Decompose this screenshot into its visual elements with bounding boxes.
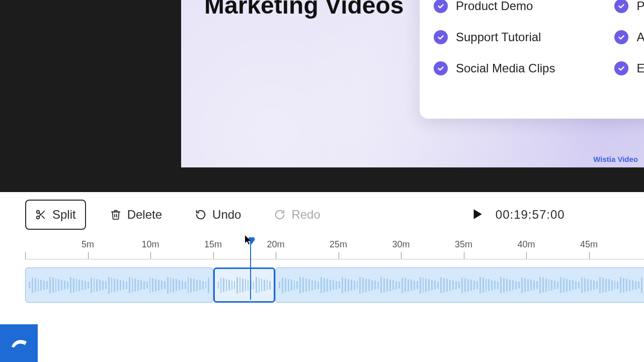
preview-area: Marketing Videos Product Demo Support Tu…	[0, 0, 644, 192]
help-widget[interactable]	[0, 324, 38, 362]
feature-item: Social Media Clips	[434, 61, 555, 75]
timeline[interactable]: 5m10m15m20m25m30m35m40m45m	[0, 237, 644, 362]
feature-item: Explainer	[614, 61, 644, 75]
ruler-tick-label: 40m	[517, 239, 535, 250]
check-icon	[614, 0, 628, 13]
ruler-tick-label: 10m	[141, 239, 159, 250]
redo-button[interactable]: Redo	[265, 201, 329, 229]
check-icon	[434, 30, 448, 44]
ruler-tick	[88, 252, 89, 259]
svg-line-4	[39, 213, 41, 215]
scissors-icon	[35, 209, 46, 220]
feature-item: Product Demo	[434, 0, 555, 13]
feature-col-1: Product Demo Support Tutorial Social Med…	[434, 0, 555, 93]
feature-col-2: Podcast Animation Explainer	[614, 0, 644, 93]
video-preview-frame[interactable]: Marketing Videos Product Demo Support Tu…	[181, 0, 644, 167]
mouse-cursor	[245, 235, 252, 245]
ruler-tick	[401, 252, 401, 259]
ruler-tick	[276, 252, 276, 259]
playhead[interactable]	[250, 239, 251, 300]
feature-item: Support Tutorial	[434, 30, 555, 44]
ruler-tick-label: 35m	[455, 239, 472, 250]
undo-icon	[195, 209, 206, 220]
split-button[interactable]: Split	[25, 200, 86, 230]
play-button[interactable]	[470, 207, 484, 223]
feature-item: Podcast	[614, 0, 644, 13]
ruler-tick-label: 45m	[580, 239, 598, 250]
timecode-display: 00:19:57:00	[496, 208, 565, 222]
ruler-tick	[464, 252, 464, 259]
clip[interactable]	[25, 267, 213, 303]
check-icon	[434, 0, 448, 13]
svg-marker-5	[473, 209, 481, 219]
ruler-tick-label: 20m	[267, 239, 284, 250]
undo-label: Undo	[212, 208, 241, 222]
ruler-tick	[526, 252, 527, 259]
editor-toolbar: Split Delete Undo Redo	[0, 192, 644, 237]
check-icon	[614, 30, 628, 44]
undo-button[interactable]: Undo	[186, 201, 250, 229]
ruler-tick	[339, 252, 339, 259]
redo-label: Redo	[291, 208, 320, 222]
trash-icon	[110, 209, 121, 220]
ruler-tick-label: 15m	[204, 239, 222, 250]
timeline-ruler[interactable]: 5m10m15m20m25m30m35m40m45m	[25, 239, 644, 259]
ruler-tick	[25, 252, 26, 259]
ruler-tick-label: 25m	[330, 239, 347, 250]
delete-button[interactable]: Delete	[101, 201, 171, 229]
feature-item: Animation	[614, 30, 644, 44]
redo-icon	[274, 209, 285, 220]
split-label: Split	[52, 208, 76, 222]
ruler-tick	[213, 252, 214, 259]
slide-title: Marketing Videos	[204, 0, 404, 18]
ruler-tick	[589, 252, 590, 259]
clip-selected[interactable]	[213, 267, 275, 303]
check-icon	[434, 61, 448, 75]
ruler-tick	[150, 252, 151, 259]
svg-line-3	[42, 216, 44, 218]
video-editor-app: Marketing Videos Product Demo Support Tu…	[0, 0, 644, 362]
check-icon	[614, 61, 628, 75]
ruler-tick-label: 30m	[392, 239, 410, 250]
feature-card: Product Demo Support Tutorial Social Med…	[420, 0, 644, 119]
watermark-text: Wistia Video	[593, 155, 638, 163]
clip[interactable]	[275, 267, 644, 303]
timeline-track[interactable]	[25, 267, 644, 305]
ruler-tick-label: 5m	[82, 239, 94, 250]
play-icon	[470, 216, 484, 223]
delete-label: Delete	[127, 208, 162, 222]
